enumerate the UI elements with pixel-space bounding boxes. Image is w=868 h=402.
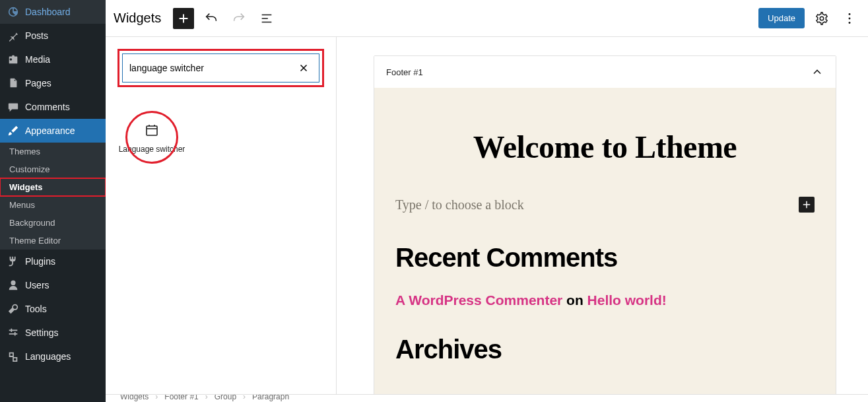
update-button[interactable]: Update — [758, 8, 805, 28]
block-search-input[interactable] — [129, 63, 295, 73]
dashboard-icon — [7, 5, 20, 18]
user-icon — [7, 279, 20, 292]
sidebar-item-tools[interactable]: Tools — [0, 297, 106, 321]
sidebar-item-label: Comments — [25, 102, 70, 112]
sidebar-item-dashboard[interactable]: Dashboard — [0, 0, 106, 24]
sidebar-item-appearance[interactable]: Appearance — [0, 119, 106, 143]
widget-area-header[interactable]: Footer #1 — [374, 56, 836, 88]
media-icon — [7, 53, 20, 66]
recent-comment-item: A WordPress Commenter on Hello world! — [395, 292, 815, 308]
crumb[interactable]: Group — [215, 394, 236, 401]
block-appender-row: Type / to choose a block — [395, 197, 815, 213]
recent-comments-heading: Recent Comments — [395, 243, 815, 273]
sidebar-item-plugins[interactable]: Plugins — [0, 250, 106, 273]
list-view-button[interactable] — [256, 8, 277, 29]
redo-button[interactable] — [228, 8, 250, 29]
sidebar-item-comments[interactable]: Comments — [0, 95, 106, 119]
add-block-button[interactable] — [173, 8, 194, 29]
svg-point-0 — [820, 17, 824, 20]
sidebar-item-label: Pages — [25, 78, 51, 88]
submenu-item-theme-editor[interactable]: Theme Editor — [0, 232, 106, 250]
undo-button[interactable] — [201, 8, 222, 29]
comment-post-link[interactable]: Hello world! — [587, 292, 667, 308]
sidebar-item-label: Users — [25, 280, 50, 290]
block-appender-placeholder[interactable]: Type / to choose a block — [395, 197, 524, 213]
wrench-icon — [7, 302, 20, 316]
submenu-item-widgets[interactable]: Widgets — [0, 178, 106, 196]
widget-area-footer-1: Footer #1 Welcome to Ltheme Type / to ch… — [374, 55, 836, 394]
widget-area-body: Welcome to Ltheme Type / to choose a blo… — [374, 88, 836, 394]
sidebar-item-label: Dashboard — [25, 7, 71, 17]
sidebar-item-media[interactable]: Media — [0, 48, 106, 71]
plug-icon — [7, 255, 20, 268]
comment-connector: on — [562, 292, 587, 308]
block-card-label: Language switcher — [119, 145, 185, 155]
sidebar-item-pages[interactable]: Pages — [0, 71, 106, 95]
sidebar-item-label: Posts — [25, 30, 48, 41]
admin-sidebar: Dashboard Posts Media Pages Comments App… — [0, 0, 106, 402]
brush-icon — [7, 124, 20, 137]
svg-rect-4 — [147, 126, 157, 135]
block-results: Language switcher — [106, 99, 336, 178]
clear-search-button[interactable] — [295, 59, 312, 77]
sidebar-item-label: Appearance — [25, 125, 75, 136]
crumb[interactable]: Widgets — [120, 394, 149, 401]
search-highlight-frame — [117, 49, 324, 87]
comment-icon — [7, 100, 20, 114]
sliders-icon — [7, 326, 20, 339]
editor-header: Widgets Update — [106, 0, 868, 37]
welcome-heading: Welcome to Ltheme — [395, 129, 815, 165]
sidebar-item-label: Plugins — [25, 256, 55, 267]
sidebar-item-label: Tools — [25, 304, 47, 314]
submenu-item-menus[interactable]: Menus — [0, 196, 106, 214]
sidebar-item-languages[interactable]: Languages — [0, 345, 106, 368]
svg-point-3 — [849, 21, 851, 23]
submenu-item-themes[interactable]: Themes — [0, 143, 106, 160]
chevron-up-icon — [811, 65, 824, 79]
block-card-language-switcher[interactable]: Language switcher — [117, 106, 186, 172]
submenu-item-customize[interactable]: Customize — [0, 160, 106, 178]
widget-area-title: Footer #1 — [386, 67, 423, 77]
svg-point-2 — [849, 17, 851, 19]
editor-canvas: Footer #1 Welcome to Ltheme Type / to ch… — [337, 37, 868, 394]
sidebar-item-label: Settings — [25, 327, 59, 338]
block-breadcrumbs: Widgets› Footer #1› Group› Paragraph — [106, 394, 868, 402]
language-switcher-icon — [144, 122, 160, 138]
translate-icon — [7, 350, 20, 363]
block-inserter-panel: Language switcher — [106, 37, 337, 402]
comment-author-link[interactable]: A WordPress Commenter — [395, 292, 562, 308]
svg-point-1 — [849, 13, 851, 15]
settings-button[interactable] — [811, 8, 832, 29]
sidebar-item-users[interactable]: Users — [0, 273, 106, 297]
sidebar-submenu-appearance: Themes Customize Widgets Menus Backgroun… — [0, 143, 106, 250]
sidebar-item-label: Media — [25, 54, 50, 65]
crumb[interactable]: Paragraph — [252, 394, 289, 401]
archives-heading: Archives — [395, 335, 815, 364]
page-title: Widgets — [114, 11, 161, 26]
sidebar-item-settings[interactable]: Settings — [0, 321, 106, 345]
submenu-item-background[interactable]: Background — [0, 214, 106, 232]
sidebar-item-label: Languages — [25, 351, 71, 362]
pages-icon — [7, 77, 20, 90]
sidebar-item-posts[interactable]: Posts — [0, 24, 106, 48]
inline-add-block-button[interactable] — [799, 197, 815, 213]
crumb[interactable]: Footer #1 — [164, 394, 198, 401]
pin-icon — [7, 29, 20, 42]
block-search-box — [122, 53, 319, 83]
more-options-button[interactable] — [839, 8, 860, 29]
